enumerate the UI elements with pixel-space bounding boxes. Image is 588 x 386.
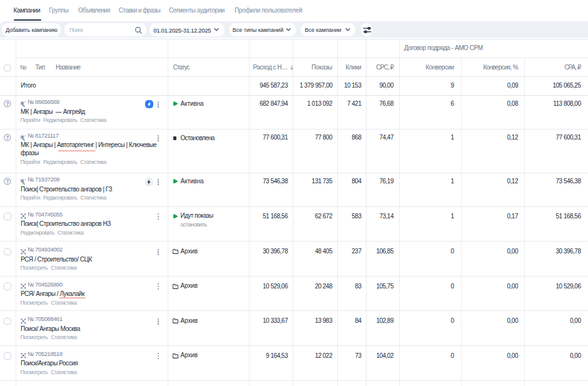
svg-text:?: ? (6, 134, 9, 140)
svg-text:?: ? (6, 178, 9, 184)
svg-text:?: ? (6, 100, 9, 106)
